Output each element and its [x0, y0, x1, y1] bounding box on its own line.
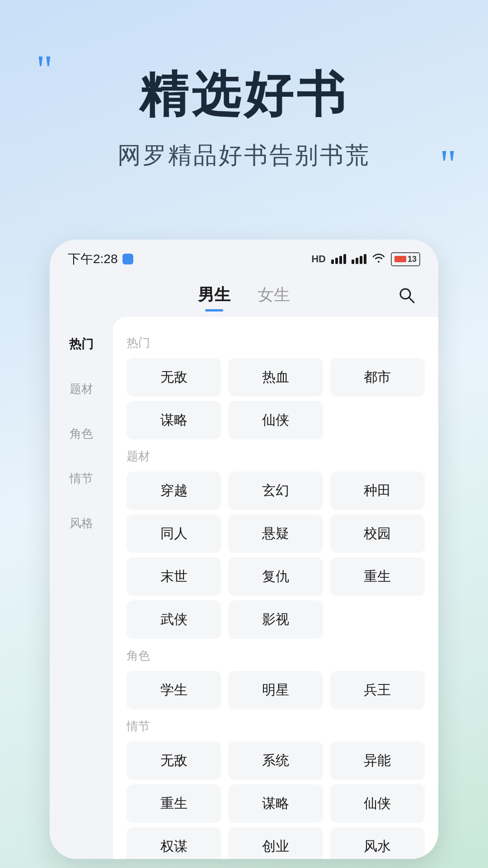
tag-xuanhuan[interactable]: 玄幻 [228, 472, 323, 510]
tag-tongren[interactable]: 同人 [127, 514, 221, 553]
section-title-role: 角色 [127, 648, 425, 664]
left-sidebar: 热门 题材 角色 情节 风格 [50, 317, 113, 859]
tag-grid-theme-3: 末世 复仇 重生 [127, 557, 425, 596]
tag-plot-xianxia[interactable]: 仙侠 [330, 784, 425, 823]
tag-grid-plot-3: 权谋 创业 风水 [127, 827, 425, 859]
signal-bars-2 [352, 254, 366, 264]
svg-line-1 [409, 297, 414, 302]
tag-moulue[interactable]: 谋略 [127, 401, 221, 439]
tag-xianxia[interactable]: 仙侠 [228, 401, 323, 439]
phone-frame: 下午2:28 HD [50, 240, 438, 859]
tag-wudi[interactable]: 无敌 [127, 358, 221, 396]
search-button[interactable] [393, 282, 420, 309]
tag-bingwang[interactable]: 兵王 [330, 671, 425, 709]
sub-title: 网罗精品好书告别书荒 [36, 140, 452, 171]
tag-grid-plot-2: 重生 谋略 仙侠 [127, 784, 425, 823]
tag-empty-2 [330, 600, 425, 639]
tag-xuesheng[interactable]: 学生 [127, 671, 221, 709]
section-title-hot: 热门 [127, 335, 425, 351]
tag-zhongtian[interactable]: 种田 [330, 472, 425, 510]
section-title-plot: 情节 [127, 718, 425, 734]
tag-dushi[interactable]: 都市 [330, 358, 425, 396]
tab-header: 男生 女生 [50, 273, 438, 317]
section-title-theme: 题材 [127, 448, 425, 464]
sidebar-item-role[interactable]: 角色 [50, 411, 113, 456]
hd-badge-1: HD [311, 253, 326, 265]
tag-mingxing[interactable]: 明星 [228, 671, 323, 709]
sidebar-item-hot[interactable]: 热门 [50, 321, 113, 367]
tag-plot-moulue[interactable]: 谋略 [228, 784, 323, 823]
tag-xitong[interactable]: 系统 [228, 741, 323, 780]
status-right: HD 13 [311, 252, 420, 266]
tag-quanmou[interactable]: 权谋 [127, 827, 221, 859]
tag-wuxia[interactable]: 武侠 [127, 600, 221, 639]
tag-grid-role-1: 学生 明星 兵王 [127, 671, 425, 709]
tag-fuchou[interactable]: 复仇 [228, 557, 323, 596]
sidebar-item-theme[interactable]: 题材 [50, 367, 113, 411]
tag-rexue[interactable]: 热血 [228, 358, 323, 396]
main-title: 精选好书 [36, 54, 452, 122]
battery-fill [394, 256, 406, 262]
right-content: 热门 无敌 热血 都市 谋略 仙侠 题材 穿越 玄幻 种田 同人 悬疑 校园 [113, 317, 438, 859]
top-area: " 精选好书 网罗精品好书告别书荒 " [0, 0, 488, 198]
tag-empty-1 [330, 401, 425, 439]
tag-grid-theme-4: 武侠 影视 [127, 600, 425, 639]
battery-icon: 13 [391, 252, 420, 266]
tag-plot-chongsheng[interactable]: 重生 [127, 784, 221, 823]
wifi-icon [372, 252, 385, 266]
content-area: 热门 题材 角色 情节 风格 热门 无敌 热血 都市 谋略 仙侠 题材 穿越 [50, 317, 438, 859]
quote-right-icon: " [440, 144, 452, 185]
tag-grid-theme-2: 同人 悬疑 校园 [127, 514, 425, 553]
app-dot [122, 254, 133, 264]
sidebar-item-plot[interactable]: 情节 [50, 456, 113, 501]
tag-grid-theme-1: 穿越 玄幻 种田 [127, 472, 425, 510]
tag-grid-plot-1: 无敌 系统 异能 [127, 741, 425, 780]
tag-yingshi[interactable]: 影视 [228, 600, 323, 639]
tag-plot-wudi[interactable]: 无敌 [127, 741, 221, 780]
tag-fengshui[interactable]: 风水 [330, 827, 425, 859]
quote-left-icon: " [36, 50, 48, 90]
tag-yineng[interactable]: 异能 [330, 741, 425, 780]
tab-female[interactable]: 女生 [244, 280, 304, 310]
tag-grid-hot-2: 谋略 仙侠 [127, 401, 425, 439]
signal-bars [331, 254, 346, 264]
status-bar: 下午2:28 HD [50, 240, 438, 273]
tag-moshi[interactable]: 末世 [127, 557, 221, 596]
tag-xiaoyuan[interactable]: 校园 [330, 514, 425, 553]
tag-chongsheng[interactable]: 重生 [330, 557, 425, 596]
tag-chuangye[interactable]: 创业 [228, 827, 323, 859]
tag-grid-hot-1: 无敌 热血 都市 [127, 358, 425, 396]
tag-xuanyi[interactable]: 悬疑 [228, 514, 323, 553]
tab-male[interactable]: 男生 [184, 280, 244, 310]
tag-chuanyue[interactable]: 穿越 [127, 472, 221, 510]
sidebar-item-style[interactable]: 风格 [50, 501, 113, 546]
status-time: 下午2:28 [68, 250, 133, 268]
